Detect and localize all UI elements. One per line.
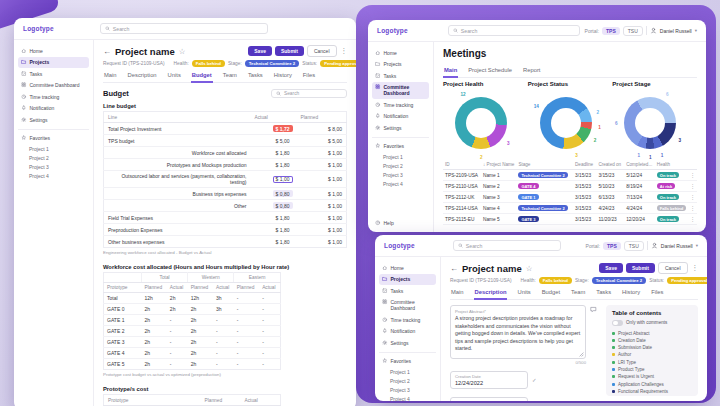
hours-cell[interactable]: 2h — [188, 304, 213, 315]
sidebar-item[interactable]: Committee Dashboard — [372, 82, 429, 99]
hours-cell[interactable]: - — [234, 337, 259, 348]
hours-cell[interactable]: - — [259, 348, 280, 359]
chevron-down-icon[interactable]: ▾ — [696, 243, 698, 248]
portal-tsu-button[interactable]: TSU — [624, 241, 644, 251]
sidebar-item[interactable]: Time tracking — [379, 314, 436, 325]
user-name[interactable]: Daniel Russell — [661, 243, 693, 249]
sidebar-item[interactable]: Notification — [372, 111, 429, 122]
hours-cell[interactable]: - — [259, 315, 280, 326]
hours-cell[interactable]: 2h — [142, 326, 167, 337]
meeting-row[interactable]: TPS-2115-EU Name 5 GATE 3 3/15/23 11/20/… — [443, 214, 697, 225]
hours-cell[interactable]: 2h — [167, 304, 188, 315]
sidebar-project-link[interactable]: Project 4 — [379, 394, 436, 401]
sidebar-item[interactable]: Projects — [372, 59, 429, 70]
actual-cell[interactable]: $ 1,80 — [251, 236, 297, 248]
actual-cell[interactable]: $ 1,80 — [251, 147, 297, 159]
save-button[interactable]: Save — [599, 263, 623, 273]
table-search-input[interactable]: Search — [271, 89, 347, 98]
favorite-star-icon[interactable]: ☆ — [526, 264, 533, 273]
planned-cell[interactable]: $ 1,00 — [297, 171, 347, 188]
hours-cell[interactable]: 2h — [188, 315, 213, 326]
hours-cell[interactable]: - — [259, 337, 280, 348]
sidebar-item[interactable]: Time tracking — [372, 99, 429, 110]
planned-cell[interactable]: $ 1,00 — [297, 188, 347, 200]
toc-item[interactable]: Application Challenges — [612, 382, 692, 387]
hours-cell[interactable]: 2h — [142, 337, 167, 348]
donut-chart[interactable]: 631116 — [614, 87, 686, 159]
hours-cell[interactable]: 3h — [213, 304, 234, 315]
actual-cell[interactable]: $ 1,80 — [251, 212, 297, 224]
tab[interactable]: Description — [474, 289, 508, 300]
favorite-star-icon[interactable]: ☆ — [179, 47, 186, 56]
meeting-row[interactable]: TPS-2110-USA Name 2 GATE 4 3/15/23 5/10/… — [443, 181, 697, 192]
actual-cell[interactable]: $ 1,72 — [251, 123, 297, 135]
row-menu-icon[interactable]: ⋮ — [688, 203, 697, 214]
tab[interactable]: Report — [522, 67, 541, 78]
actual-cell[interactable]: $ 0,80 — [251, 188, 297, 200]
hours-cell[interactable]: 2h — [142, 348, 167, 359]
portal-tsu-button[interactable]: TSU — [623, 26, 643, 36]
hours-cell[interactable]: - — [167, 315, 188, 326]
app-logo[interactable]: Logotype — [384, 242, 415, 249]
planned-cell[interactable]: $ 1,00 — [297, 159, 347, 171]
hours-cell[interactable]: - — [213, 348, 234, 359]
hours-cell[interactable]: - — [259, 326, 280, 337]
hours-cell[interactable]: - — [234, 348, 259, 359]
sidebar-item[interactable]: Home — [379, 262, 436, 273]
hours-cell[interactable]: - — [167, 348, 188, 359]
search-input[interactable]: Search — [100, 23, 268, 34]
sidebar-item[interactable]: Settings — [18, 114, 89, 125]
sidebar-project-link[interactable]: Project 3 — [379, 385, 436, 394]
portal-tps-button[interactable]: TPS — [602, 27, 620, 35]
planned-cell[interactable]: $ 1,00 — [297, 200, 347, 212]
submit-button[interactable]: Submit — [275, 46, 304, 56]
sidebar-project-link[interactable]: Project 2 — [379, 376, 436, 385]
hours-cell[interactable]: 2h — [188, 359, 213, 370]
row-menu-icon[interactable]: ⋮ — [688, 192, 697, 203]
tab[interactable]: Main — [103, 72, 118, 83]
toc-item[interactable]: Submission Date — [612, 345, 692, 350]
comment-icon[interactable] — [590, 306, 597, 313]
actual-cell[interactable]: $ 0,80 — [251, 200, 297, 212]
tab[interactable]: History — [621, 289, 641, 300]
more-menu-icon[interactable]: ⋮ — [341, 47, 348, 55]
actual-cell[interactable]: $ 1,00 — [251, 171, 297, 188]
sidebar-item[interactable]: Projects — [379, 274, 436, 285]
search-input[interactable]: Search — [453, 240, 561, 251]
meeting-row[interactable]: TPS-2112-UK Name 3 GATE 1 3/15/23 6/13/2… — [443, 192, 697, 203]
user-name[interactable]: Daniel Russell — [660, 28, 692, 34]
sidebar-project-link[interactable]: Project 4 — [372, 179, 429, 188]
submit-button[interactable]: Submit — [626, 263, 655, 273]
sidebar-item[interactable]: Tasks — [379, 285, 436, 296]
row-menu-icon[interactable]: ⋮ — [688, 214, 697, 225]
toc-item[interactable]: Author — [612, 352, 692, 357]
planned-cell[interactable]: $ 1,00 — [297, 236, 347, 248]
toc-item[interactable]: LRI Type — [612, 360, 692, 365]
hours-cell[interactable]: - — [167, 326, 188, 337]
tab[interactable]: Team — [222, 72, 238, 83]
sidebar-project-link[interactable]: Project 1 — [379, 367, 436, 376]
planned-cell[interactable]: $ 5,00 — [297, 135, 347, 147]
hours-cell[interactable]: 12h — [142, 293, 167, 304]
save-button[interactable]: Save — [248, 46, 272, 56]
hours-cell[interactable]: - — [213, 326, 234, 337]
hours-cell[interactable]: - — [167, 337, 188, 348]
hours-cell[interactable]: 2h — [142, 359, 167, 370]
actual-cell[interactable]: $ 5,00 — [251, 135, 297, 147]
tab[interactable]: Files — [302, 72, 316, 83]
sidebar-item[interactable]: Home — [372, 47, 429, 58]
hours-cell[interactable]: - — [234, 293, 259, 304]
sidebar-project-link[interactable]: Project 1 — [372, 152, 429, 161]
sidebar-project-link[interactable]: Project 2 — [372, 161, 429, 170]
sidebar-item[interactable]: Tasks — [18, 68, 89, 79]
donut-chart[interactable]: 3212 — [445, 87, 517, 159]
actual-cell[interactable]: $ 1,80 — [251, 159, 297, 171]
sidebar-item[interactable]: Tasks — [372, 70, 429, 81]
planned-cell[interactable]: $ 1,00 — [297, 147, 347, 159]
project-abstract-textarea[interactable]: Project Abstract* A strong project descr… — [450, 305, 586, 359]
toc-item[interactable]: Functional Requirements — [612, 389, 692, 394]
resize-handle-icon[interactable] — [579, 352, 584, 357]
tab[interactable]: Budget — [541, 289, 561, 300]
hours-cell[interactable]: - — [259, 304, 280, 315]
toc-item[interactable]: Creation Date — [612, 338, 692, 343]
